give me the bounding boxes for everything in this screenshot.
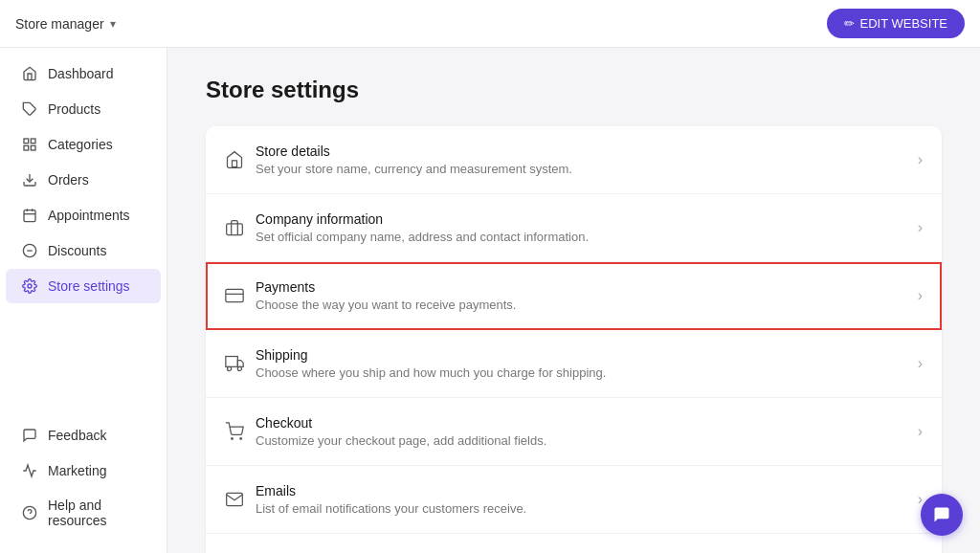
- store-manager-dropdown[interactable]: Store manager ▾: [15, 16, 116, 32]
- help-icon: [21, 504, 38, 521]
- sidebar-main-nav: Dashboard Products Categories Orders: [0, 55, 167, 417]
- settings-item-payments[interactable]: Payments Choose the way you want to rece…: [206, 262, 942, 330]
- company-desc: Set official company name, address and c…: [256, 230, 908, 244]
- sidebar-item-dashboard[interactable]: Dashboard: [6, 56, 161, 91]
- sidebar-label: Products: [48, 101, 100, 117]
- sidebar-label: Categories: [48, 137, 113, 152]
- sidebar-label: Orders: [48, 172, 89, 188]
- chat-button[interactable]: [921, 494, 963, 536]
- emails-icon: [225, 490, 256, 509]
- svg-point-21: [228, 366, 232, 370]
- checkout-title: Checkout: [256, 415, 908, 431]
- checkout-icon: [225, 422, 256, 441]
- settings-item-emails[interactable]: Emails List of email notifications your …: [206, 466, 942, 534]
- chevron-right-icon: ›: [918, 151, 923, 168]
- sidebar: Dashboard Products Categories Orders: [0, 48, 167, 553]
- settings-item-taxes[interactable]: Taxes Manage how your business collects …: [206, 534, 942, 553]
- chevron-right-icon: ›: [918, 355, 923, 372]
- sidebar-bottom-nav: Feedback Marketing Help and resources: [0, 417, 167, 545]
- sidebar-item-orders[interactable]: Orders: [6, 163, 161, 197]
- shipping-desc: Choose where you ship and how much you c…: [256, 365, 908, 380]
- shipping-icon: [225, 354, 256, 373]
- chevron-right-icon: ›: [918, 219, 923, 236]
- svg-point-23: [232, 438, 234, 440]
- page-title: Store settings: [206, 77, 942, 103]
- sidebar-item-products[interactable]: Products: [6, 92, 161, 126]
- settings-item-store-details[interactable]: Store details Set your store name, curre…: [206, 126, 942, 194]
- chevron-down-icon: ▾: [110, 17, 116, 31]
- sidebar-item-categories[interactable]: Categories: [6, 127, 161, 162]
- sidebar-label: Marketing: [48, 463, 106, 478]
- svg-rect-6: [24, 210, 35, 222]
- calendar-icon: [21, 207, 38, 224]
- sidebar-label: Dashboard: [48, 66, 114, 81]
- svg-rect-16: [227, 224, 243, 235]
- svg-rect-19: [226, 357, 238, 367]
- checkout-content: Checkout Customize your checkout page, a…: [256, 415, 908, 448]
- svg-point-24: [240, 438, 242, 440]
- store-details-content: Store details Set your store name, curre…: [256, 144, 908, 176]
- sidebar-label: Discounts: [48, 243, 106, 258]
- edit-website-button[interactable]: ✏ EDIT WEBSITE: [827, 9, 966, 38]
- store-name: Store manager: [15, 16, 104, 32]
- sidebar-label: Feedback: [48, 428, 106, 443]
- feedback-icon: [21, 427, 38, 444]
- checkout-desc: Customize your checkout page, add additi…: [256, 433, 908, 448]
- sidebar-item-store-settings[interactable]: Store settings: [6, 269, 161, 303]
- svg-point-12: [28, 284, 32, 288]
- payments-title: Payments: [256, 279, 908, 295]
- emails-title: Emails: [256, 483, 908, 498]
- payments-content: Payments Choose the way you want to rece…: [256, 279, 908, 312]
- svg-rect-17: [226, 289, 243, 301]
- settings-item-company[interactable]: Company information Set official company…: [206, 194, 942, 262]
- marketing-icon: [21, 462, 38, 479]
- settings-icon: [21, 277, 38, 295]
- svg-rect-4: [24, 145, 29, 150]
- svg-rect-15: [233, 161, 237, 167]
- sidebar-item-discounts[interactable]: Discounts: [6, 233, 161, 268]
- sidebar-item-help[interactable]: Help and resources: [6, 489, 161, 537]
- store-details-title: Store details: [256, 144, 908, 159]
- sidebar-item-marketing[interactable]: Marketing: [6, 453, 161, 488]
- download-icon: [21, 171, 38, 188]
- company-content: Company information Set official company…: [256, 211, 908, 244]
- main-content: Store settings Store details Set your st…: [167, 48, 980, 553]
- svg-marker-20: [237, 361, 243, 367]
- edit-icon: ✏: [844, 16, 855, 31]
- home-icon: [21, 65, 38, 82]
- sidebar-label: Store settings: [48, 278, 130, 294]
- shipping-title: Shipping: [256, 347, 908, 363]
- store-details-desc: Set your store name, currency and measur…: [256, 162, 908, 176]
- payments-desc: Choose the way you want to receive payme…: [256, 298, 908, 312]
- svg-rect-1: [24, 139, 29, 144]
- company-icon: [225, 218, 256, 237]
- sidebar-item-feedback[interactable]: Feedback: [6, 418, 161, 453]
- topbar: Store manager ▾ ✏ EDIT WEBSITE: [0, 0, 980, 48]
- grid-icon: [21, 136, 38, 153]
- tag-icon: [21, 100, 38, 118]
- settings-card: Store details Set your store name, curre…: [206, 126, 942, 553]
- chevron-right-icon: ›: [918, 287, 923, 304]
- emails-content: Emails List of email notifications your …: [256, 483, 908, 516]
- svg-rect-2: [31, 139, 35, 144]
- layout: Dashboard Products Categories Orders: [0, 48, 980, 553]
- store-details-icon: [225, 150, 256, 169]
- sidebar-item-appointments[interactable]: Appointments: [6, 198, 161, 232]
- sidebar-label: Help and resources: [48, 498, 145, 528]
- svg-point-22: [237, 366, 241, 370]
- emails-desc: List of email notifications your custome…: [256, 501, 908, 516]
- settings-item-shipping[interactable]: Shipping Choose where you ship and how m…: [206, 330, 942, 398]
- payments-icon: [225, 286, 256, 305]
- sidebar-label: Appointments: [48, 208, 130, 223]
- discounts-icon: [21, 242, 38, 259]
- settings-item-checkout[interactable]: Checkout Customize your checkout page, a…: [206, 398, 942, 466]
- company-title: Company information: [256, 211, 908, 227]
- shipping-content: Shipping Choose where you ship and how m…: [256, 347, 908, 380]
- chevron-right-icon: ›: [918, 423, 923, 440]
- svg-rect-3: [31, 145, 35, 150]
